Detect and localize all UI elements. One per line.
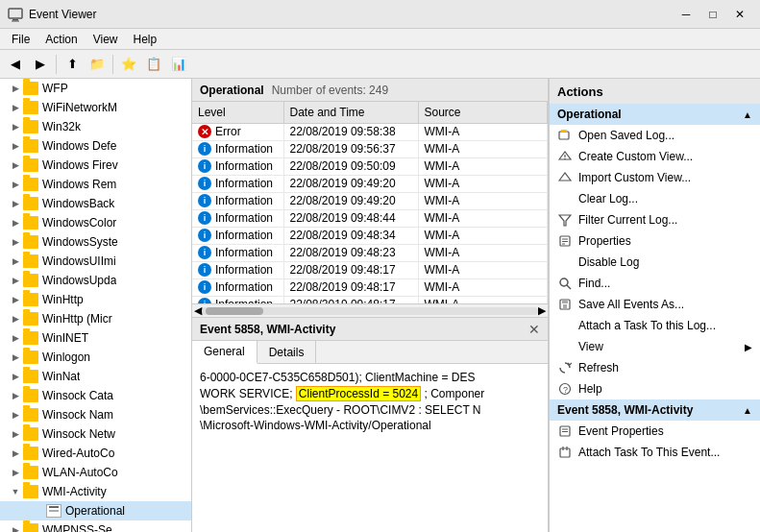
tree-toggle[interactable]: ▶ <box>8 84 23 93</box>
tree-item-winnat[interactable]: ▶ WinNat <box>0 367 191 386</box>
tree-toggle[interactable]: ▶ <box>8 352 23 362</box>
tree-toggle[interactable]: ▶ <box>8 122 23 132</box>
event-table-scroll[interactable]: Level Date and Time Source ✕Error22/08/2… <box>192 102 548 303</box>
tree-item-winsock-cat[interactable]: ▶ Winsock Cata <box>0 386 191 405</box>
maximize-button[interactable]: □ <box>700 4 725 25</box>
action-clear-log[interactable]: Clear Log... <box>550 188 760 209</box>
action-attach-task[interactable]: Attach a Task To this Log... <box>550 315 760 336</box>
action-open-saved-log[interactable]: Open Saved Log... <box>550 125 760 146</box>
toolbar-log[interactable]: 📋 <box>142 53 165 76</box>
action-disable-log[interactable]: Disable Log <box>550 252 760 273</box>
tree-toggle[interactable]: ▶ <box>8 295 23 304</box>
tree-item-wincolor[interactable]: ▶ WindowsColor <box>0 213 191 232</box>
action-view[interactable]: View ▶ <box>550 336 760 357</box>
action-help[interactable]: ? Help <box>550 378 760 399</box>
tree-item-winsock-net[interactable]: ▶ Winsock Netw <box>0 424 191 444</box>
tree-toggle[interactable]: ▶ <box>8 141 23 151</box>
event-table-row[interactable]: iInformation22/08/2019 09:48:23WMI-A <box>192 244 548 261</box>
window-controls[interactable]: ─ □ ✕ <box>674 4 752 25</box>
tree-item-winupdate[interactable]: ▶ WindowsUpda <box>0 271 191 290</box>
detail-close-button[interactable]: ✕ <box>528 322 540 337</box>
tree-item-winsock-nam[interactable]: ▶ Winsock Nam <box>0 405 191 424</box>
tree-toggle[interactable]: ▼ <box>8 487 23 496</box>
tree-toggle[interactable]: ▶ <box>8 237 23 247</box>
tree-toggle[interactable]: ▶ <box>8 199 23 208</box>
event-table-row[interactable]: ✕Error22/08/2019 09:58:38WMI-A <box>192 123 548 140</box>
tree-toggle[interactable]: ▶ <box>8 256 23 266</box>
tree-item-wfp[interactable]: ▶ WFP <box>0 79 191 98</box>
tree-item-wmi-activity[interactable]: ▼ WMI-Activity <box>0 482 191 501</box>
tree-item-winsystem[interactable]: ▶ WindowsSyste <box>0 232 191 252</box>
tree-item-operational[interactable]: Operational <box>0 501 191 520</box>
action-event-properties[interactable]: Event Properties <box>550 421 760 442</box>
tree-item-winuiimm[interactable]: ▶ WindowsUIImi <box>0 252 191 271</box>
scrollbar-track[interactable] <box>202 307 538 315</box>
event-table-row[interactable]: iInformation22/08/2019 09:49:20WMI-A <box>192 175 548 192</box>
actions-section-event[interactable]: Event 5858, WMI-Activity ▲ <box>550 399 760 421</box>
tree-toggle[interactable]: ▶ <box>8 160 23 170</box>
tree-item-winfirewall[interactable]: ▶ Windows Firev <box>0 156 191 175</box>
horizontal-scrollbar[interactable]: ◀ ▶ <box>192 303 548 317</box>
action-properties[interactable]: Properties <box>550 230 760 252</box>
action-refresh[interactable]: Refresh <box>550 357 760 378</box>
toolbar-forward[interactable]: ▶ <box>29 53 52 76</box>
tab-details[interactable]: Details <box>257 341 317 364</box>
event-table-row[interactable]: iInformation22/08/2019 09:49:20WMI-A <box>192 192 548 209</box>
tree-item-winremote[interactable]: ▶ Windows Rem <box>0 175 191 194</box>
tree-item-windefender[interactable]: ▶ Windows Defe <box>0 136 191 156</box>
tree-toggle[interactable]: ▶ <box>8 314 23 324</box>
tree-item-wininet[interactable]: ▶ WinINET <box>0 328 191 348</box>
col-datetime[interactable]: Date and Time <box>283 102 418 123</box>
tree-item-winlogon[interactable]: ▶ Winlogon <box>0 348 191 367</box>
tree-toggle[interactable]: ▶ <box>8 333 23 343</box>
event-table-row[interactable]: iInformation22/08/2019 09:48:17WMI-A <box>192 261 548 278</box>
col-level[interactable]: Level <box>192 102 283 123</box>
tree-item-win32k[interactable]: ▶ Win32k <box>0 117 191 136</box>
action-filter-current-log[interactable]: Filter Current Log... <box>550 209 760 230</box>
toolbar-back[interactable]: ◀ <box>4 53 27 76</box>
action-find[interactable]: Find... <box>550 273 760 294</box>
tree-item-wifi[interactable]: ▶ WiFiNetworkM <box>0 98 191 117</box>
tree-toggle[interactable]: ▶ <box>8 391 23 400</box>
event-table-row[interactable]: iInformation22/08/2019 09:48:17WMI-A <box>192 278 548 296</box>
minimize-button[interactable]: ─ <box>674 4 699 25</box>
menu-file[interactable]: File <box>4 31 37 48</box>
toolbar-star[interactable]: ⭐ <box>117 53 140 76</box>
tree-item-wlan-auto[interactable]: ▶ WLAN-AutoCo <box>0 463 191 482</box>
menu-action[interactable]: Action <box>37 31 85 48</box>
menu-view[interactable]: View <box>86 31 126 48</box>
event-table-row[interactable]: iInformation22/08/2019 09:48:17WMI-A <box>192 296 548 303</box>
tree-item-winbackup[interactable]: ▶ WindowsBack <box>0 194 191 213</box>
scrollbar-thumb[interactable] <box>206 307 263 315</box>
tree-toggle[interactable]: ▶ <box>8 429 23 439</box>
event-table-row[interactable]: iInformation22/08/2019 09:56:37WMI-A <box>192 140 548 157</box>
tree-toggle[interactable]: ▶ <box>8 180 23 189</box>
tree-item-wmpnss[interactable]: ▶ WMPNSS-Se <box>0 520 191 532</box>
action-create-custom-view[interactable]: Create Custom View... <box>550 146 760 167</box>
toolbar-chart[interactable]: 📊 <box>167 53 190 76</box>
tree-toggle[interactable]: ▶ <box>8 276 23 285</box>
tree-toggle[interactable]: ▶ <box>8 103 23 112</box>
tree-item-wired-auto[interactable]: ▶ Wired-AutoCo <box>0 444 191 463</box>
col-source[interactable]: Source <box>418 102 548 123</box>
action-save-all-events[interactable]: Save All Events As... <box>550 294 760 315</box>
event-table-row[interactable]: iInformation22/08/2019 09:48:34WMI-A <box>192 227 548 244</box>
tree-item-winhttp[interactable]: ▶ WinHttp <box>0 290 191 309</box>
tree-toggle[interactable]: ▶ <box>8 468 23 477</box>
tree-toggle[interactable]: ▶ <box>8 218 23 228</box>
event-table-row[interactable]: iInformation22/08/2019 09:50:09WMI-A <box>192 157 548 175</box>
tree-toggle[interactable]: ▶ <box>8 372 23 381</box>
action-import-custom-view[interactable]: Import Custom View... <box>550 167 760 188</box>
tree-item-winhttp-mic[interactable]: ▶ WinHttp (Micr <box>0 309 191 328</box>
menu-help[interactable]: Help <box>126 31 165 48</box>
close-button[interactable]: ✕ <box>727 4 752 25</box>
toolbar-up[interactable]: ⬆ <box>61 53 84 76</box>
tree-toggle[interactable]: ▶ <box>8 525 23 532</box>
event-table-row[interactable]: iInformation22/08/2019 09:48:44WMI-A <box>192 209 548 227</box>
toolbar-folder[interactable]: 📁 <box>86 53 109 76</box>
tree-toggle[interactable]: ▶ <box>8 410 23 420</box>
tab-general[interactable]: General <box>192 341 257 364</box>
tree-toggle[interactable]: ▶ <box>8 448 23 458</box>
action-attach-task-event[interactable]: Attach Task To This Event... <box>550 442 760 463</box>
actions-section-operational[interactable]: Operational ▲ <box>550 104 760 125</box>
